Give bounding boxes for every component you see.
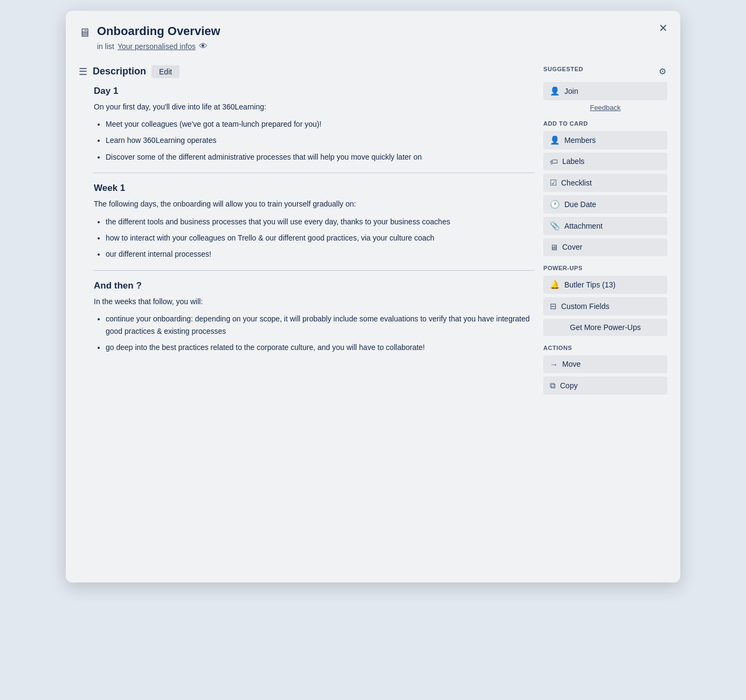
day1-section: Day 1 On your first day, you'll dive int… [94, 86, 535, 163]
clock-icon: 🕐 [550, 200, 560, 209]
list-item: the different tools and business process… [106, 216, 535, 228]
subtitle-prefix: in list [97, 42, 114, 51]
card-type-icon: 🖥 [79, 26, 91, 40]
week1-section: Week 1 The following days, the onboardin… [94, 183, 535, 260]
list-item: go deep into the best practices related … [106, 341, 535, 353]
list-item: how to interact with your colleagues on … [106, 232, 535, 244]
copy-label: Copy [560, 381, 578, 390]
labels-label: Labels [562, 157, 584, 166]
actions-label: ACTIONS [543, 345, 667, 351]
custom-fields-label: Custom Fields [561, 302, 609, 311]
week1-intro: The following days, the onboarding will … [94, 198, 535, 210]
content-area: ☰ Description Edit Day 1 On your first d… [79, 65, 535, 569]
butler-icon: 🔔 [550, 280, 560, 290]
description-content: Day 1 On your first day, you'll dive int… [79, 86, 535, 354]
move-label: Move [562, 360, 581, 368]
attachment-button[interactable]: 📎 Attachment [543, 217, 667, 235]
section-divider [94, 173, 535, 173]
due-date-button[interactable]: 🕐 Due Date [543, 195, 667, 214]
watch-icon[interactable]: 👁 [199, 42, 208, 51]
andthen-bullets: continue your onboarding: depending on y… [94, 313, 535, 353]
labels-button[interactable]: 🏷 Labels [543, 153, 667, 170]
description-icon: ☰ [79, 66, 87, 78]
card-title: Onboarding Overview [97, 24, 220, 39]
power-ups-label: POWER-UPS [543, 265, 667, 271]
cover-label: Cover [562, 243, 582, 251]
edit-description-button[interactable]: Edit [151, 65, 179, 78]
suggested-section-header: SUGGESTED ⚙ [543, 65, 667, 78]
list-name-link[interactable]: Your personalised infos [118, 42, 196, 51]
header-content: Onboarding Overview in list Your persona… [97, 24, 220, 51]
custom-fields-icon: ⊟ [550, 301, 557, 311]
card-header: 🖥 Onboarding Overview in list Your perso… [79, 24, 667, 51]
andthen-intro: In the weeks that follow, you will: [94, 296, 535, 307]
members-label: Members [564, 136, 596, 145]
cover-icon: 🖥 [550, 243, 558, 252]
feedback-link[interactable]: Feedback [543, 104, 667, 112]
attachment-icon: 📎 [550, 221, 560, 231]
checklist-label: Checklist [561, 179, 592, 187]
butler-tips-button[interactable]: 🔔 Butler Tips (13) [543, 276, 667, 294]
close-button[interactable]: ✕ [654, 19, 672, 37]
get-more-power-ups-button[interactable]: Get More Power-Ups [543, 319, 667, 336]
cover-button[interactable]: 🖥 Cover [543, 238, 667, 256]
day1-heading: Day 1 [94, 86, 535, 97]
custom-fields-button[interactable]: ⊟ Custom Fields [543, 297, 667, 315]
move-button[interactable]: → Move [543, 355, 667, 373]
copy-button[interactable]: ⧉ Copy [543, 376, 667, 395]
checklist-button[interactable]: ☑ Checklist [543, 174, 667, 192]
week1-bullets: the different tools and business process… [94, 216, 535, 260]
list-item: continue your onboarding: depending on y… [106, 313, 535, 337]
main-layout: ☰ Description Edit Day 1 On your first d… [79, 65, 667, 569]
list-item: Learn how 360Learning operates [106, 134, 535, 146]
day1-bullets: Meet your colleagues (we've got a team-l… [94, 118, 535, 163]
checklist-icon: ☑ [550, 178, 557, 188]
move-arrow-icon: → [550, 360, 558, 369]
andthen-heading: And then ? [94, 280, 535, 291]
members-button[interactable]: 👤 Members [543, 131, 667, 149]
attachment-label: Attachment [564, 222, 603, 230]
gear-button[interactable]: ⚙ [658, 65, 667, 78]
week1-heading: Week 1 [94, 183, 535, 194]
list-item: Discover some of the different administr… [106, 151, 535, 163]
andthen-section: And then ? In the weeks that follow, you… [94, 280, 535, 354]
join-button[interactable]: 👤 Join [543, 82, 667, 100]
sidebar: SUGGESTED ⚙ 👤 Join Feedback ADD TO CARD … [543, 65, 667, 569]
add-to-card-label: ADD TO CARD [543, 120, 667, 127]
members-icon: 👤 [550, 135, 560, 145]
card-subtitle: in list Your personalised infos 👁 [97, 42, 220, 51]
description-header: ☰ Description Edit [79, 65, 535, 78]
person-icon: 👤 [550, 86, 560, 96]
list-item: our different internal processes! [106, 248, 535, 260]
day1-intro: On your first day, you'll dive into life… [94, 101, 535, 113]
section-divider [94, 270, 535, 271]
suggested-label: SUGGESTED [543, 66, 583, 72]
description-title: Description [93, 66, 146, 77]
labels-icon: 🏷 [550, 157, 558, 166]
due-date-label: Due Date [564, 200, 596, 209]
card-modal: ✕ 🖥 Onboarding Overview in list Your per… [66, 11, 680, 582]
copy-icon: ⧉ [550, 381, 556, 390]
butler-tips-label: Butler Tips (13) [564, 280, 616, 289]
list-item: Meet your colleagues (we've got a team-l… [106, 118, 535, 130]
join-label: Join [564, 87, 578, 95]
